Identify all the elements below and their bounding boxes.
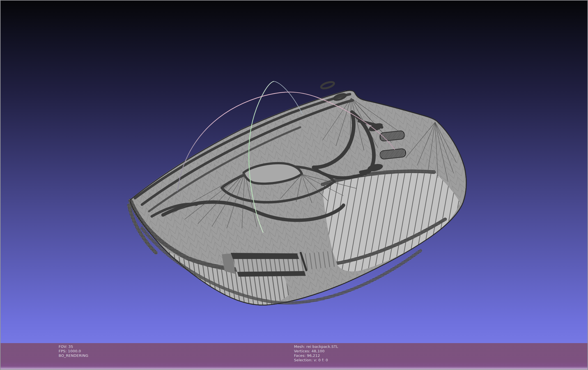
mesh-render — [1, 1, 587, 343]
hud-vertex-count: Vertices: 48,100 — [294, 349, 338, 353]
status-bar: FOV: 35 FPS: 1000.0 BO_RENDERING Mesh: r… — [1, 343, 587, 369]
app-window: FOV: 35 FPS: 1000.0 BO_RENDERING Mesh: r… — [0, 0, 588, 370]
mesh-object[interactable] — [129, 81, 466, 305]
hud-mesh-info: Mesh: rei backpack.STL Vertices: 48,100 … — [294, 344, 338, 362]
viewport-3d[interactable] — [1, 1, 587, 343]
hud-fps: FPS: 1000.0 — [59, 349, 88, 353]
hud-left: FOV: 35 FPS: 1000.0 BO_RENDERING — [59, 344, 88, 358]
hud-selection-info: Selection: v: 0 f: 0 — [294, 358, 338, 362]
hud-face-count: Faces: 96,212 — [294, 353, 338, 358]
hud-mesh-name: Mesh: rei backpack.STL — [294, 344, 338, 349]
hud-fov: FOV: 35 — [59, 344, 88, 349]
hud-render-mode: BO_RENDERING — [59, 353, 88, 358]
